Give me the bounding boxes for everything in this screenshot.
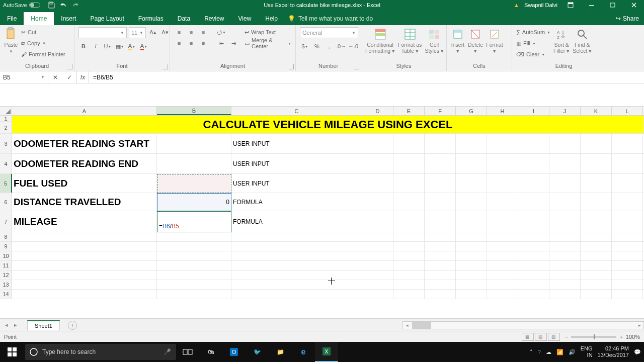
align-top-icon[interactable]: ≡ — [174, 27, 184, 37]
taskbar-explorer-icon[interactable]: 📁 — [269, 342, 292, 362]
tab-file[interactable]: File — [0, 12, 24, 25]
accounting-format-icon[interactable]: $▼ — [300, 41, 310, 51]
merge-center-button[interactable]: ▭Merge & Center▼ — [245, 38, 291, 48]
cell-C3[interactable]: USER INPUT — [231, 134, 362, 153]
conditional-formatting-button[interactable]: ConditionalFormatting ▾ — [365, 27, 395, 54]
cell-C6[interactable]: FORMULA — [231, 193, 362, 211]
tray-volume-icon[interactable]: 🔊 — [569, 349, 576, 355]
cell-C7[interactable]: FORMULA — [231, 211, 362, 232]
cell-editor-B7[interactable]: =B6/B5 — [157, 211, 231, 232]
cell-B6[interactable]: 0 — [157, 193, 231, 211]
alignment-launcher-icon[interactable] — [289, 64, 294, 69]
tray-onedrive-icon[interactable]: ☁ — [546, 349, 551, 355]
percent-format-icon[interactable]: % — [312, 41, 322, 51]
grow-font-icon[interactable]: A▴ — [148, 27, 158, 37]
clear-button[interactable]: ⌫Clear▼ — [516, 49, 550, 59]
col-H[interactable]: H — [487, 107, 518, 115]
shrink-font-icon[interactable]: A▾ — [160, 27, 170, 37]
col-L[interactable]: L — [612, 107, 643, 115]
number-launcher-icon[interactable] — [354, 64, 359, 69]
horizontal-scrollbar[interactable]: ◂▸ — [403, 321, 644, 329]
find-select-button[interactable]: Find &Select ▾ — [573, 27, 592, 54]
task-view-icon[interactable] — [176, 342, 199, 362]
col-J[interactable]: J — [549, 107, 581, 115]
font-launcher-icon[interactable] — [163, 64, 168, 69]
tab-page-layout[interactable]: Page Layout — [83, 12, 131, 25]
zoom-in-icon[interactable]: + — [619, 334, 622, 340]
indent-inc-icon[interactable]: ⇥ — [228, 38, 238, 48]
dec-decimal-icon[interactable]: ←.0 — [348, 41, 358, 51]
fill-button[interactable]: ▥Fill▼ — [516, 38, 550, 48]
formula-input[interactable]: =B6/B5 — [89, 71, 644, 83]
taskbar-ie-icon[interactable]: e — [292, 342, 315, 362]
tab-review[interactable]: Review — [197, 12, 231, 25]
view-page-break-icon[interactable]: ▥ — [548, 333, 560, 341]
minimize-icon[interactable] — [584, 0, 600, 10]
number-format-select[interactable]: General▼ — [300, 27, 358, 38]
tell-me-search[interactable]: 💡 Tell me what you want to do — [288, 15, 373, 25]
clipboard-launcher-icon[interactable] — [67, 64, 72, 69]
align-right-icon[interactable]: ≡ — [198, 38, 208, 48]
inc-decimal-icon[interactable]: .0→ — [336, 41, 346, 51]
sheet-nav[interactable]: ◂▸ — [0, 322, 22, 328]
taskbar-store-icon[interactable]: 🛍 — [199, 342, 222, 362]
tray-chevron-icon[interactable]: ˄ — [530, 349, 533, 355]
format-painter-button[interactable]: 🖌Format Painter — [21, 49, 65, 59]
ribbon-display-icon[interactable] — [562, 0, 579, 10]
font-name-select[interactable]: ▼ — [78, 27, 127, 38]
start-button[interactable] — [0, 342, 24, 362]
redo-icon[interactable] — [71, 1, 79, 9]
bold-button[interactable]: B — [78, 41, 89, 51]
zoom-slider[interactable] — [571, 336, 616, 338]
cell-A5[interactable]: FUEL USED — [12, 174, 157, 193]
font-color-button[interactable]: A▼ — [139, 41, 149, 51]
account-name[interactable]: Swapnil Dalvi — [524, 2, 557, 8]
tab-help[interactable]: Help — [258, 12, 285, 25]
cell-styles-button[interactable]: CellStyles ▾ — [425, 27, 444, 54]
insert-cells-button[interactable]: Insert▾ — [451, 27, 465, 54]
col-C[interactable]: C — [231, 107, 362, 115]
add-sheet-button[interactable]: + — [68, 321, 77, 330]
view-normal-icon[interactable]: ▦ — [522, 333, 534, 341]
tray-network-icon[interactable]: 📶 — [556, 349, 564, 355]
col-I[interactable]: I — [518, 107, 549, 115]
cell-A4[interactable]: ODOMETER READING END — [12, 154, 157, 173]
autosum-button[interactable]: ∑AutoSum▼ — [516, 27, 550, 37]
cell-C5[interactable]: USER INPUT — [231, 174, 362, 193]
tray-clock[interactable]: 02:46 PM13/Dec/2017 — [598, 345, 629, 358]
save-icon[interactable] — [47, 1, 55, 9]
enter-formula-icon[interactable]: ✓ — [62, 74, 76, 81]
close-icon[interactable] — [626, 0, 642, 10]
tab-insert[interactable]: Insert — [54, 12, 83, 25]
align-left-icon[interactable]: ≡ — [174, 38, 184, 48]
taskbar-search[interactable]: Type here to search 🎤 — [25, 344, 176, 360]
col-E[interactable]: E — [393, 107, 425, 115]
underline-button[interactable]: U▼ — [103, 41, 113, 51]
view-page-layout-icon[interactable]: ▤ — [535, 333, 547, 341]
tab-view[interactable]: View — [231, 12, 259, 25]
mic-icon[interactable]: 🎤 — [164, 348, 171, 355]
col-B[interactable]: B — [157, 107, 231, 115]
cell-A3[interactable]: ODOMETER READING START — [12, 134, 157, 153]
col-F[interactable]: F — [425, 107, 456, 115]
taskbar-thunderbird-icon[interactable]: 🐦 — [246, 342, 269, 362]
indent-dec-icon[interactable]: ⇤ — [216, 38, 226, 48]
border-button[interactable]: ▦▼ — [115, 41, 125, 51]
cell-C4[interactable]: USER INPUT — [231, 154, 362, 173]
tray-language[interactable]: ENGIN — [581, 345, 593, 358]
cut-button[interactable]: ✂Cut — [21, 27, 65, 37]
tab-data[interactable]: Data — [171, 12, 197, 25]
sort-filter-button[interactable]: AZSort &Filter ▾ — [553, 27, 570, 54]
col-G[interactable]: G — [456, 107, 487, 115]
wrap-text-button[interactable]: ↩Wrap Text — [245, 27, 291, 37]
name-box[interactable]: B5▼ — [0, 71, 48, 83]
tray-help-icon[interactable]: ? — [538, 349, 541, 355]
tab-formulas[interactable]: Formulas — [131, 12, 171, 25]
align-bottom-icon[interactable]: ≡ — [198, 27, 208, 37]
cell-A6[interactable]: DISTANCE TRAVELLED — [12, 193, 157, 211]
select-all-corner[interactable] — [0, 107, 12, 115]
cell-B4[interactable] — [157, 154, 231, 173]
taskbar-excel-icon[interactable]: X — [315, 342, 338, 362]
maximize-icon[interactable] — [605, 0, 621, 10]
chevron-left-icon[interactable]: ◂ — [5, 322, 8, 328]
